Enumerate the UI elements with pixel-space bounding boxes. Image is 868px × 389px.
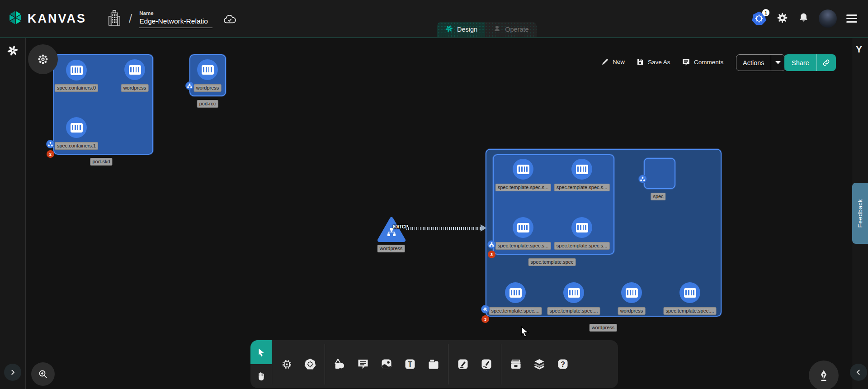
design-name-input[interactable] <box>139 17 212 28</box>
pod-resource-icon[interactable] <box>638 175 647 183</box>
feedback-label: Feedback <box>857 199 863 228</box>
cloud-sync-icon <box>222 14 237 27</box>
flower-gear-icon <box>37 53 49 65</box>
group-spec[interactable] <box>644 158 675 189</box>
shapes-icon <box>333 358 346 370</box>
service-edge[interactable] <box>406 227 481 230</box>
group-label: pod-skd <box>90 158 112 166</box>
container-icon <box>626 288 638 298</box>
container-node[interactable] <box>197 59 218 80</box>
actions-dropdown-button[interactable]: Actions <box>736 54 785 71</box>
share-label: Share <box>784 59 816 66</box>
pan-tool-button[interactable] <box>250 364 272 388</box>
chevron-right-icon <box>9 368 17 376</box>
error-count-badge[interactable]: 3 <box>488 251 495 258</box>
floppy-icon <box>636 58 644 66</box>
tab-design[interactable]: Design <box>437 22 485 37</box>
annotation-tools: T <box>325 340 448 388</box>
text-tool-button[interactable]: T <box>398 340 422 388</box>
yaml-panel-toggle[interactable]: Y <box>856 44 862 55</box>
new-button[interactable]: New <box>601 58 625 66</box>
layers-tool-button[interactable] <box>528 340 551 388</box>
container-node[interactable] <box>513 217 533 238</box>
freehand-pencil-icon <box>480 358 493 370</box>
kubernetes-tool-button[interactable] <box>298 340 322 388</box>
group-spec-template-spec[interactable] <box>493 154 614 255</box>
zoom-button[interactable] <box>31 362 55 386</box>
shapes-tool-button[interactable] <box>328 340 351 388</box>
organization-icon[interactable] <box>108 9 121 28</box>
tab-operate[interactable]: Operate <box>485 22 536 37</box>
components-tool-button[interactable] <box>275 340 298 388</box>
node-label: wordpress <box>618 307 646 315</box>
kanvas-app: KANVAS / Name <box>0 0 868 389</box>
kanvas-logo-icon <box>7 9 24 28</box>
copy-link-button[interactable] <box>817 58 836 67</box>
select-tool-button[interactable] <box>250 340 272 364</box>
settings-gear-icon[interactable] <box>776 12 788 26</box>
error-count-badge[interactable]: 2 <box>47 150 54 158</box>
feedback-tab[interactable]: Feedback <box>852 183 868 244</box>
chip-icon <box>281 358 293 370</box>
sticky-note-tool-button[interactable] <box>422 340 445 388</box>
deployment-resource-icon[interactable] <box>481 305 490 313</box>
breadcrumb-separator: / <box>129 12 132 26</box>
user-avatar[interactable] <box>819 9 837 28</box>
ink-pen-button[interactable] <box>809 361 839 389</box>
brand[interactable]: KANVAS <box>7 9 86 28</box>
pod-resource-icon[interactable] <box>46 140 55 148</box>
container-icon <box>202 65 214 75</box>
notifications-bell-icon[interactable] <box>798 12 809 26</box>
container-node[interactable] <box>571 217 592 238</box>
container-node[interactable] <box>679 282 700 303</box>
container-node[interactable] <box>571 159 592 180</box>
container-node[interactable] <box>513 159 533 180</box>
top-bar: KANVAS / Name <box>0 0 868 37</box>
pod-resource-icon[interactable] <box>185 81 194 90</box>
canvas-settings-button[interactable] <box>28 44 58 74</box>
chevron-left-icon <box>854 368 863 376</box>
service-node[interactable] <box>377 217 406 243</box>
meshery-spiral-icon[interactable] <box>6 44 19 59</box>
container-node[interactable] <box>563 282 584 303</box>
drawer-tool-button[interactable] <box>504 340 528 388</box>
left-rail <box>0 38 26 389</box>
canvas-stage[interactable]: Y Feedback <box>0 37 868 389</box>
utility-tools: ? <box>501 340 577 388</box>
mode-tabs: Design Operate <box>437 22 537 37</box>
actions-label: Actions <box>736 59 771 66</box>
freehand-draw-tool-button[interactable] <box>475 340 498 388</box>
container-node[interactable] <box>66 117 87 138</box>
node-label: spec.containers.0 <box>55 84 98 92</box>
hamburger-menu-icon[interactable] <box>846 14 857 23</box>
container-icon <box>509 288 522 298</box>
k8s-context-switcher[interactable]: 1 <box>751 11 767 26</box>
expand-right-panel-button[interactable] <box>850 364 867 381</box>
save-as-button[interactable]: Save As <box>636 58 670 66</box>
container-node[interactable] <box>505 282 526 303</box>
node-label: wordpress <box>194 84 222 92</box>
container-node[interactable] <box>621 282 642 303</box>
node-label: wordpress <box>377 245 405 252</box>
node-label: spec.containers.1 <box>55 142 98 150</box>
layers-icon <box>533 358 546 370</box>
group-label: spec <box>651 193 665 200</box>
pod-resource-icon[interactable] <box>487 240 496 249</box>
container-node[interactable] <box>124 59 145 80</box>
comments-button[interactable]: Comments <box>682 58 723 66</box>
container-icon <box>576 223 588 232</box>
line-draw-tool-button[interactable] <box>451 340 475 388</box>
comment-tool-button[interactable] <box>351 340 375 388</box>
container-icon <box>576 165 588 174</box>
error-count-badge[interactable]: 3 <box>481 315 489 323</box>
group-label: pod-rcc <box>197 100 218 108</box>
help-tool-button[interactable]: ? <box>551 340 575 388</box>
design-tab-label: Design <box>457 26 477 33</box>
actions-caret[interactable] <box>771 61 785 64</box>
image-tool-button[interactable] <box>375 340 398 388</box>
group-label: spec.template.spec <box>528 258 576 266</box>
container-icon <box>71 66 83 75</box>
share-button[interactable]: Share <box>784 54 836 71</box>
expand-left-panel-button[interactable] <box>4 364 21 381</box>
container-node[interactable] <box>66 60 87 81</box>
